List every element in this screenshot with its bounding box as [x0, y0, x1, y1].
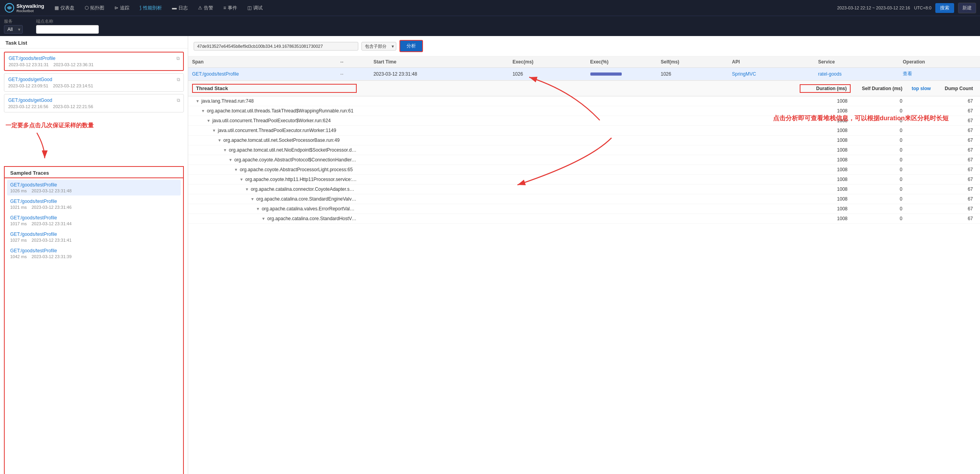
stack-self: 0 — [851, 147, 906, 153]
nav-item-topology[interactable]: ⬡ 拓扑图 — [81, 3, 108, 13]
stack-frame-text: java.util.concurrent.ThreadPoolExecutor.… — [218, 128, 336, 133]
analyze-button[interactable]: 分析 — [399, 40, 423, 52]
copy-icon[interactable]: ⧉ — [177, 98, 180, 103]
trace-start-time: 2023-03-12 23:31:48 — [370, 68, 509, 80]
stack-frame-text: org.apache.tomcat.util.threads.TaskThrea… — [207, 108, 354, 114]
logo-text: Skywalking — [16, 3, 44, 9]
stack-frame-text: org.apache.catalina.valves.ErrorReportVa… — [262, 206, 357, 212]
search-button[interactable]: 搜索 — [935, 3, 954, 13]
trace-expand[interactable]: ↔ — [336, 68, 369, 80]
stack-self: 0 — [851, 167, 906, 172]
stack-chevron-icon[interactable]: ▾ — [240, 177, 243, 182]
node-name-group: 端点名称 — [36, 18, 99, 34]
stack-name: ▾ java.lang.Thread.run:748 — [192, 98, 357, 104]
task-list-header: Task List — [0, 36, 188, 49]
right-panel: 包含子部分 ▼ 分析 Span ↔ Start Time Exec(ms) — [188, 36, 980, 474]
stack-duration: 1008 — [800, 167, 851, 172]
stack-frame-text: org.apache.coyote.AbstractProtocol$Conne… — [234, 157, 357, 163]
task-item-1[interactable]: GET:/goods/getGood 2023-03-12 23:09:51 2… — [4, 73, 184, 92]
trace-span: GET:/goods/testProfile — [188, 68, 336, 80]
stack-row-11: ▾ org.apache.catalina.valves.ErrorReport… — [188, 204, 980, 214]
stack-duration: 1008 — [800, 157, 851, 163]
timezone-display: UTC+8:0 — [914, 5, 931, 10]
nav-item-alert[interactable]: ⚠ 告警 — [194, 3, 217, 13]
stack-row-10: ▾ org.apache.catalina.core.StandardEngin… — [188, 194, 980, 204]
stack-chevron-icon[interactable]: ▾ — [257, 206, 259, 212]
stack-chevron-icon[interactable]: ▾ — [262, 216, 265, 221]
include-dropdown-wrapper: 包含子部分 ▼ — [361, 42, 396, 51]
sampled-item-1[interactable]: GET:/goods/testProfile 1021 ms 2023-03-1… — [7, 196, 181, 212]
stack-self: 0 — [851, 177, 906, 182]
stack-duration: 1008 — [800, 128, 851, 133]
stack-duration: 1008 — [800, 137, 851, 143]
stack-chevron-icon[interactable]: ▾ — [218, 137, 221, 143]
task-item-0[interactable]: GET:/goods/testProfile 2023-03-12 23:31:… — [4, 52, 184, 71]
stack-name: ▾ org.apache.tomcat.util.threads.TaskThr… — [192, 108, 357, 114]
stack-dump: 67 — [937, 216, 976, 221]
main-layout: Task List GET:/goods/testProfile 2023-03… — [0, 36, 980, 474]
stack-row-8: ▾ org.apache.coyote.http11.Http11Process… — [188, 175, 980, 185]
nav-item-event[interactable]: ≡ 事件 — [220, 3, 241, 13]
col-dump-label: Dump Count — [937, 85, 976, 92]
copy-icon[interactable]: ⧉ — [176, 56, 180, 61]
nav-item-profile[interactable]: ⟆ 性能剖析 — [136, 3, 166, 13]
service-selector-group: 服务 All ▼ — [4, 18, 28, 34]
stack-chevron-icon[interactable]: ▾ — [207, 118, 210, 123]
stack-name: ▾ org.apache.catalina.core.StandardEngin… — [192, 196, 357, 202]
stack-self: 0 — [851, 108, 906, 114]
stack-dump: 67 — [937, 177, 976, 182]
stack-chevron-icon[interactable]: ▾ — [202, 108, 204, 114]
stack-chevron-icon[interactable]: ▾ — [235, 167, 237, 172]
sampled-item-4[interactable]: GET:/goods/testProfile 1042 ms 2023-03-1… — [7, 246, 181, 261]
include-select[interactable]: 包含子部分 — [361, 42, 396, 51]
trace-operation[interactable]: 查看 — [899, 68, 980, 80]
left-annotation-arrow — [5, 131, 53, 162]
nav-item-log[interactable]: ▬ 日志 — [168, 3, 192, 13]
new-button[interactable]: 新建 — [958, 3, 976, 13]
service-bar: 服务 All ▼ 端点名称 — [0, 16, 980, 36]
stack-chevron-icon[interactable]: ▾ — [246, 186, 248, 192]
nav-item-debug[interactable]: ◫ 调试 — [243, 3, 267, 13]
sampled-item-3[interactable]: GET:/goods/testProfile 1027 ms 2023-03-1… — [7, 229, 181, 245]
stack-name: ▾ org.apache.coyote.AbstractProtocol$Con… — [192, 157, 357, 163]
sampled-meta: 1026 ms 2023-03-12 23:31:48 — [10, 188, 178, 193]
dashboard-icon: ▦ — [54, 5, 59, 11]
trace-self-ms: 1026 — [657, 68, 728, 80]
stack-chevron-icon[interactable]: ▾ — [213, 128, 215, 133]
event-icon: ≡ — [223, 5, 226, 11]
exec-bar — [590, 72, 622, 76]
stack-self: 0 — [851, 157, 906, 163]
trace-id-input[interactable] — [194, 42, 358, 51]
task-item-2[interactable]: GET:/goods/getGood 2023-03-12 22:16:56 2… — [4, 94, 184, 112]
sampled-meta: 1021 ms 2023-03-12 23:31:46 — [10, 205, 178, 210]
stack-chevron-icon[interactable]: ▾ — [251, 196, 254, 202]
sampled-item-0[interactable]: GET:/goods/testProfile 1026 ms 2023-03-1… — [7, 180, 181, 195]
node-name-input[interactable] — [36, 25, 99, 34]
sampled-title: GET:/goods/testProfile — [10, 182, 178, 188]
copy-icon[interactable]: ⧉ — [177, 77, 180, 82]
stack-dump: 67 — [937, 147, 976, 153]
stack-row-0: ▾ java.lang.Thread.run:748 1008 0 67 — [188, 96, 980, 106]
stack-row-9: ▾ org.apache.catalina.connector.CoyoteAd… — [188, 185, 980, 194]
stack-chevron-icon[interactable]: ▾ — [196, 98, 199, 104]
stack-self: 0 — [851, 186, 906, 192]
node-label: 端点名称 — [36, 18, 99, 24]
stack-duration: 1008 — [800, 186, 851, 192]
stack-row-6: ▾ org.apache.coyote.AbstractProtocol$Con… — [188, 155, 980, 165]
task-title: GET:/goods/getGood — [8, 98, 180, 103]
nav-item-dashboard[interactable]: ▦ 仪表盘 — [51, 3, 78, 13]
col-exec-ms: Exec(ms) — [508, 56, 586, 68]
service-dropdown[interactable]: All — [4, 25, 23, 34]
stack-frame-text: org.apache.coyote.http11.Http11Processor… — [245, 177, 357, 182]
stack-chevron-icon[interactable]: ▾ — [229, 157, 232, 163]
sampled-item-2[interactable]: GET:/goods/testProfile 1017 ms 2023-03-1… — [7, 213, 181, 228]
stack-dump: 67 — [937, 128, 976, 133]
nav-item-trace[interactable]: ⊳ 追踪 — [111, 3, 133, 13]
stack-self: 0 — [851, 137, 906, 143]
col-duration-label: Duration (ms) — [800, 84, 851, 93]
stack-self: 0 — [851, 128, 906, 133]
stack-frame-text: org.apache.catalina.core.StandardEngineV… — [256, 196, 357, 202]
stack-chevron-icon[interactable]: ▾ — [224, 147, 226, 153]
right-panel-wrapper: 点击分析即可查看堆栈信息，可以根据duration来区分耗时长短 — [188, 36, 980, 474]
view-link[interactable]: 查看 — [903, 71, 912, 76]
